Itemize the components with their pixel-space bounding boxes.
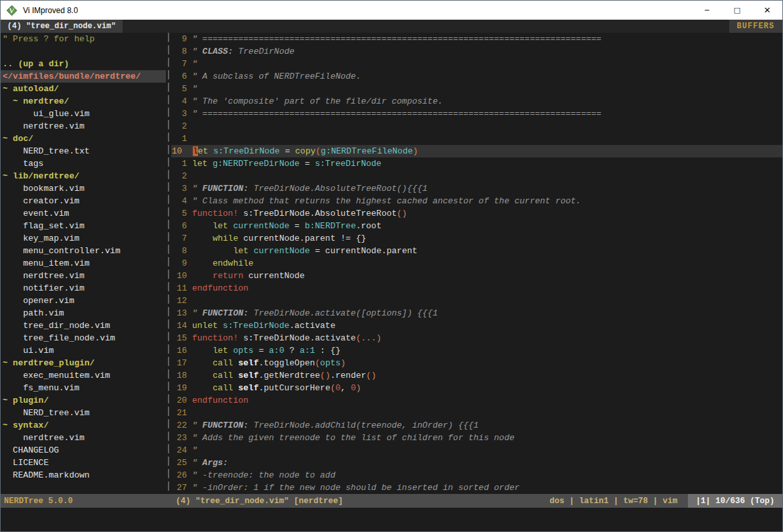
line-code: " Args: <box>187 457 228 469</box>
nerdtree-item-root[interactable]: </vimfiles/bundle/nerdtree/ <box>1 70 166 83</box>
gvim-window: Vi IMproved 8.0 ─ □ ✕ (4) "tree_dir_node… <box>0 0 783 532</box>
editor-line[interactable]: 9" =====================================… <box>171 33 782 45</box>
editor-line[interactable]: 7 while currentNode.parent != {} <box>171 232 782 245</box>
nerdtree-item-file[interactable]: ui_glue.vim <box>3 108 166 120</box>
nerdtree-item-file[interactable]: menu_item.vim <box>3 257 166 270</box>
line-number: 1 <box>171 133 187 145</box>
statusline-filename: (4) "tree_dir_node.vim" [nerdtree] <box>171 494 343 508</box>
editor-line[interactable]: 8 let currentNode = currentNode.parent <box>171 245 782 257</box>
nerdtree-item-file[interactable]: CHANGELOG <box>3 444 166 457</box>
line-code: function! s:TreeDirNode.AbsoluteTreeRoot… <box>187 207 407 220</box>
editor-line[interactable]: 2 <box>171 120 782 133</box>
editor-line[interactable]: 19 call self.putCursorHere(0, 0) <box>171 382 782 394</box>
minimize-button[interactable]: ─ <box>692 1 722 20</box>
line-number: 3 <box>171 108 187 120</box>
nerdtree-item-file[interactable]: exec_menuitem.vim <box>3 369 166 382</box>
editor-line[interactable]: 20endfunction <box>171 394 782 407</box>
editor-line[interactable]: 25" Args: <box>171 457 782 469</box>
editor-line[interactable]: 23" Adds the given treenode to the list … <box>171 432 782 444</box>
nerdtree-panel: " Press ? for help .. (up a dir)</vimfil… <box>1 33 166 494</box>
line-number: 11 <box>171 282 187 295</box>
editor-line[interactable]: 3" FUNCTION: TreeDirNode.AbsoluteTreeRoo… <box>171 182 782 195</box>
tabline-fill <box>123 20 729 33</box>
nerdtree-item-file[interactable]: menu_controller.vim <box>3 245 166 257</box>
line-code: " ======================================… <box>187 33 601 45</box>
nerdtree-item-file[interactable]: path.vim <box>3 307 166 319</box>
editor-line[interactable]: 12 <box>171 295 782 307</box>
editor-line[interactable]: 27" -inOrder: 1 if the new node should b… <box>171 481 782 494</box>
editor-line[interactable]: 26" -treenode: the node to add <box>171 469 782 481</box>
line-code: let s:TreeDirNode = copy(g:NERDTreeFileN… <box>188 145 418 157</box>
nerdtree-item-file[interactable]: nerdtree.vim <box>3 432 166 444</box>
editor-line[interactable]: 1 <box>171 133 782 145</box>
editor-line[interactable]: 11endfunction <box>171 282 782 295</box>
editor-line-current[interactable]: 10let s:TreeDirNode = copy(g:NERDTreeFil… <box>171 145 782 157</box>
nerdtree-item-file[interactable]: nerdtree.vim <box>3 120 166 133</box>
nerdtree-item-dir[interactable]: ~ syntax/ <box>3 419 166 432</box>
editor-line[interactable]: 4" Class method that returns the highest… <box>171 195 782 207</box>
nerdtree-item-file[interactable]: key_map.vim <box>3 232 166 245</box>
nerdtree-item-file[interactable]: nerdtree.vim <box>3 270 166 282</box>
editor-line[interactable]: 5" <box>171 83 782 95</box>
nerdtree-item-updir[interactable]: .. (up a dir) <box>3 58 166 70</box>
nerdtree-item-file[interactable]: tags <box>3 157 166 170</box>
editor-line[interactable]: 24" <box>171 444 782 457</box>
editor-line[interactable]: 16 let opts = a:0 ? a:1 : {} <box>171 344 782 357</box>
nerdtree-item-file[interactable]: opener.vim <box>3 295 166 307</box>
line-code: " FUNCTION: TreeDirNode.activate([option… <box>187 307 437 319</box>
editor-line[interactable]: 1let g:NERDTreeDirNode = s:TreeDirNode <box>171 157 782 170</box>
line-number: 5 <box>171 207 187 220</box>
editor-line[interactable]: 6 let currentNode = b:NERDTree.root <box>171 220 782 232</box>
nerdtree-item-file[interactable]: notifier.vim <box>3 282 166 295</box>
editor-line[interactable]: 5function! s:TreeDirNode.AbsoluteTreeRoo… <box>171 207 782 220</box>
editor-line[interactable]: 18 call self.getNerdtree().render() <box>171 369 782 382</box>
editor-line[interactable]: 13" FUNCTION: TreeDirNode.activate([opti… <box>171 307 782 319</box>
nerdtree-item-file[interactable]: README.markdown <box>3 469 166 481</box>
editor-line[interactable]: 4" The 'composite' part of the file/dir … <box>171 95 782 108</box>
line-number: 15 <box>171 332 187 344</box>
line-code: while currentNode.parent != {} <box>187 232 366 245</box>
maximize-button[interactable]: □ <box>722 1 752 20</box>
nerdtree-item-file[interactable]: NERD_tree.vim <box>3 407 166 419</box>
nerdtree-item-file[interactable]: tree_dir_node.vim <box>3 319 166 332</box>
line-number: 4 <box>171 95 187 108</box>
editor-line[interactable]: 7" <box>171 58 782 70</box>
line-code: endfunction <box>187 282 249 295</box>
nerdtree-item-dir[interactable]: ~ nerdtree_plugin/ <box>3 357 166 369</box>
nerdtree-item-file[interactable]: tree_file_node.vim <box>3 332 166 344</box>
nerdtree-item-dir[interactable]: ~ plugin/ <box>3 394 166 407</box>
editor-line[interactable]: 15function! s:TreeDirNode.activate(...) <box>171 332 782 344</box>
nerdtree-item-dir[interactable]: ~ lib/nerdtree/ <box>3 170 166 182</box>
editor-line[interactable]: 21 <box>171 407 782 419</box>
editor-line[interactable]: 3" =====================================… <box>171 108 782 120</box>
nerdtree-item-dir[interactable]: ~ nerdtree/ <box>3 95 166 108</box>
editor-line[interactable]: 6" A subclass of NERDTreeFileNode. <box>171 70 782 83</box>
nerdtree-item-help[interactable]: " Press ? for help <box>3 33 166 45</box>
editor-line[interactable]: 9 endwhile <box>171 257 782 270</box>
line-number: 18 <box>171 369 187 382</box>
line-code: call self.getNerdtree().render() <box>187 369 376 382</box>
nerdtree-item-file[interactable]: flag_set.vim <box>3 220 166 232</box>
editor-panel: 9" =====================================… <box>171 33 782 494</box>
nerdtree-item-file[interactable]: fs_menu.vim <box>3 382 166 394</box>
line-number: 10 <box>171 270 187 282</box>
nerdtree-item-file[interactable]: creator.vim <box>3 195 166 207</box>
nerdtree-item-file[interactable]: ui.vim <box>3 344 166 357</box>
editor-line[interactable]: 10 return currentNode <box>171 270 782 282</box>
editor-line[interactable]: 22" FUNCTION: TreeDirNode.addChild(treen… <box>171 419 782 432</box>
editor-line[interactable]: 14unlet s:TreeDirNode.activate <box>171 319 782 332</box>
editor-line[interactable]: 17 call self.toggleOpen(opts) <box>171 357 782 369</box>
nerdtree-item-dir[interactable]: ~ autoload/ <box>3 83 166 95</box>
nerdtree-item-file[interactable]: event.vim <box>3 207 166 220</box>
close-button[interactable]: ✕ <box>752 1 782 20</box>
nerdtree-item-dir[interactable]: ~ doc/ <box>3 133 166 145</box>
nerdtree-item-file[interactable]: LICENCE <box>3 457 166 469</box>
statusline-position: |1| 10/636 (Top) <box>688 494 782 508</box>
editor-line[interactable]: 2 <box>171 170 782 182</box>
nerdtree-item-file[interactable]: bookmark.vim <box>3 182 166 195</box>
line-code <box>187 170 192 182</box>
tab-tree-dir-node[interactable]: (4) "tree_dir_node.vim" <box>1 20 123 33</box>
nerdtree-item-file[interactable]: NERD_tree.txt <box>3 145 166 157</box>
window-separator[interactable] <box>166 33 171 494</box>
editor-line[interactable]: 8" CLASS: TreeDirNode <box>171 45 782 58</box>
